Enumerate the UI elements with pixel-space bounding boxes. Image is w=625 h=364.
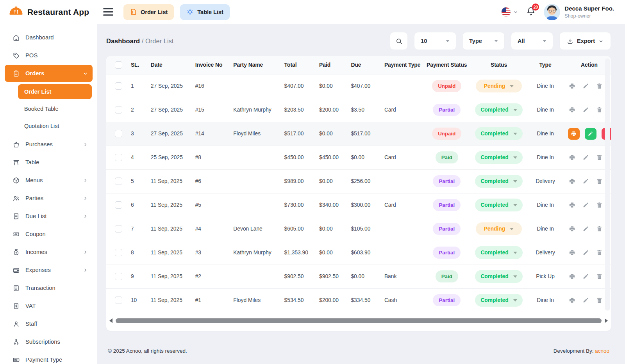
payment-status-badge: Partial — [433, 175, 461, 187]
edit-button[interactable] — [582, 153, 590, 162]
trash-icon — [596, 154, 603, 161]
status-dropdown[interactable]: Pending — [476, 222, 522, 235]
sidebar-item-table[interactable]: Table — [5, 154, 93, 171]
export-button[interactable]: Export — [559, 32, 611, 50]
row-checkbox[interactable] — [115, 297, 122, 304]
delete-button[interactable] — [595, 296, 604, 305]
delete-button[interactable] — [595, 201, 604, 209]
row-checkbox[interactable] — [115, 154, 122, 161]
print-button[interactable] — [568, 248, 577, 257]
app-logo[interactable]: Restaurant App — [0, 5, 98, 19]
status-dropdown[interactable]: Completed — [475, 246, 522, 259]
sidebar-subitem-quotation-list[interactable]: Quotation List — [18, 119, 92, 133]
sidebar-item-pos[interactable]: POS — [5, 47, 93, 64]
sidebar-item-menus[interactable]: Menus — [5, 172, 93, 189]
sidebar-item-orders[interactable]: Orders — [5, 65, 93, 82]
developer-link[interactable]: acnoo — [595, 348, 609, 354]
chevron-down-icon — [446, 40, 450, 42]
status-dropdown[interactable]: Completed — [475, 294, 522, 307]
status-filter-select[interactable]: All — [511, 32, 553, 50]
edit-button[interactable] — [582, 296, 590, 305]
sidebar-item-expenses[interactable]: Expenses — [5, 261, 93, 279]
delete-button[interactable] — [595, 248, 604, 257]
sidebar-item-due-list[interactable]: Due List — [5, 208, 93, 225]
edit-button[interactable] — [582, 224, 590, 233]
sidebar-item-label: Menus — [25, 177, 43, 183]
invoice-cell: #4 — [191, 217, 230, 241]
vertical-scrollbar[interactable] — [605, 59, 610, 311]
row-checkbox[interactable] — [115, 273, 122, 280]
status-dropdown[interactable]: Completed — [475, 175, 522, 188]
order-list-button-label: Order List — [141, 9, 168, 15]
sidebar-item-subscriptions[interactable]: Subscriptions — [5, 333, 93, 350]
print-button[interactable] — [568, 153, 577, 162]
sidebar-item-payment-type[interactable]: Payment Type — [5, 351, 93, 364]
sidebar-subitem-booked-table[interactable]: Booked Table — [18, 101, 92, 116]
breadcrumb-parent[interactable]: Dashboard — [106, 37, 140, 44]
print-button[interactable] — [568, 272, 577, 281]
sidebar-item-dashboard[interactable]: Dashboard — [5, 29, 93, 46]
user-profile[interactable]: Decca Super Foo. Shop-owner — [544, 4, 614, 20]
status-dropdown[interactable]: Completed — [475, 127, 522, 140]
status-dropdown[interactable]: Pending — [476, 80, 522, 92]
per-page-select[interactable]: 10 — [414, 32, 456, 50]
edit-button[interactable] — [582, 248, 590, 257]
edit-button[interactable] — [582, 105, 590, 114]
row-checkbox[interactable] — [115, 249, 122, 256]
sidebar-item-coupon[interactable]: Coupon — [5, 226, 93, 243]
edit-button[interactable] — [585, 128, 596, 140]
row-checkbox[interactable] — [115, 130, 122, 137]
sidebar-item-parties[interactable]: Parties — [5, 190, 93, 207]
row-checkbox[interactable] — [115, 82, 122, 90]
sidebar-item-purchases[interactable]: Purchases — [5, 136, 93, 153]
status-dropdown[interactable]: Completed — [475, 103, 522, 116]
sidebar-item-incomes[interactable]: Incomes — [5, 243, 93, 261]
select-all-checkbox[interactable] — [115, 61, 122, 69]
scroll-left-arrow[interactable] — [109, 318, 112, 323]
scrollbar-thumb[interactable] — [116, 318, 602, 323]
row-checkbox[interactable] — [115, 106, 122, 114]
scroll-right-arrow[interactable] — [605, 318, 608, 323]
pencil-icon — [582, 297, 589, 304]
print-button[interactable] — [568, 224, 577, 233]
paid-cell: $200.00 — [315, 288, 347, 312]
order-list-button[interactable]: Order List — [123, 4, 174, 20]
paid-cell: $200.00 — [315, 98, 347, 122]
notification-bell[interactable]: 20 — [526, 6, 536, 18]
sidebar-item-vat[interactable]: VAT — [5, 297, 93, 314]
edit-button[interactable] — [582, 201, 590, 209]
delete-button[interactable] — [595, 224, 604, 233]
print-button[interactable] — [568, 105, 577, 114]
language-selector[interactable] — [501, 7, 518, 17]
menu-toggle-button[interactable] — [103, 8, 113, 16]
delete-button[interactable] — [595, 272, 604, 281]
sidebar-item-label: Coupon — [25, 231, 46, 237]
type-filter-select[interactable]: Type — [462, 32, 505, 50]
edit-button[interactable] — [582, 272, 590, 281]
print-button[interactable] — [568, 296, 577, 305]
table-list-button[interactable]: Table List — [180, 4, 230, 20]
edit-button[interactable] — [582, 82, 590, 90]
search-button[interactable] — [390, 32, 408, 50]
row-checkbox[interactable] — [115, 201, 122, 209]
print-button[interactable] — [568, 128, 580, 140]
delete-button[interactable] — [595, 105, 604, 114]
print-button[interactable] — [568, 177, 577, 185]
chevron-down-icon — [513, 252, 517, 254]
delete-button[interactable] — [595, 82, 604, 90]
sidebar-item-staff[interactable]: Staff — [5, 315, 93, 332]
row-checkbox[interactable] — [115, 225, 122, 233]
row-checkbox[interactable] — [115, 178, 122, 185]
status-dropdown[interactable]: Completed — [475, 199, 522, 211]
sidebar-subitem-order-list[interactable]: Order List — [18, 84, 92, 99]
print-button[interactable] — [568, 82, 577, 90]
due-cell: $256.00 — [347, 169, 380, 193]
edit-button[interactable] — [582, 177, 590, 185]
status-dropdown[interactable]: Completed — [475, 151, 522, 164]
status-dropdown[interactable]: Completed — [475, 270, 522, 283]
delete-button[interactable] — [595, 177, 604, 185]
print-button[interactable] — [568, 201, 577, 209]
delete-button[interactable] — [595, 153, 604, 162]
payment-status-badge: Partial — [433, 104, 461, 116]
sidebar-item-transaction[interactable]: Transaction — [5, 279, 93, 297]
